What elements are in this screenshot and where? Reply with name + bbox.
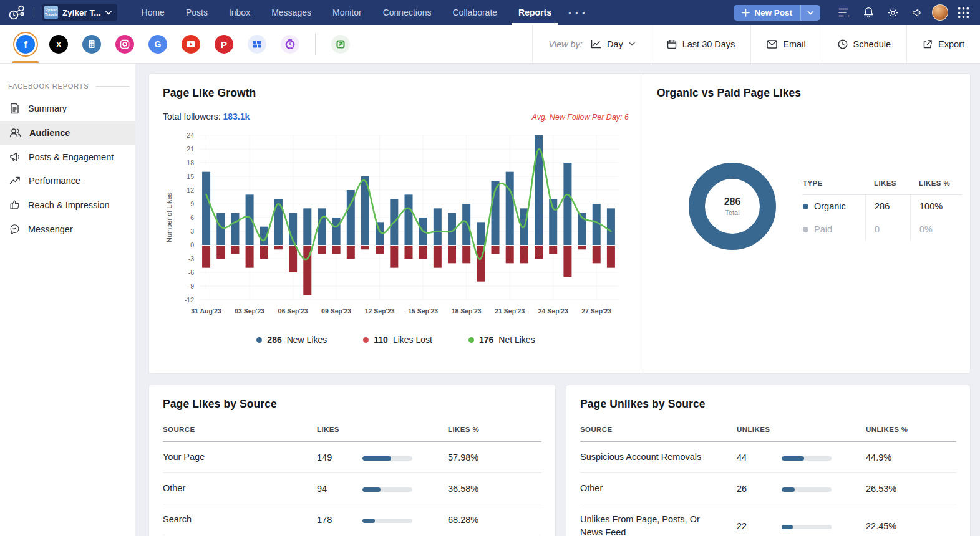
- percent-cell: 26.53%: [866, 484, 956, 494]
- nav-item-connections[interactable]: Connections: [372, 0, 442, 25]
- svg-text:27 Sep'23: 27 Sep'23: [581, 307, 611, 315]
- column-header: LIKES %: [910, 179, 963, 187]
- percent-cell: 36.58%: [448, 484, 541, 494]
- nav-divider: [34, 7, 34, 18]
- channel-x-icon[interactable]: X: [49, 25, 68, 63]
- nav-item-posts[interactable]: Posts: [175, 0, 218, 25]
- schedule-button[interactable]: Schedule: [822, 25, 906, 63]
- document-icon: [9, 103, 20, 114]
- legend-dot: [468, 337, 474, 343]
- table-row: Unlikes From Page, Posts, Or News Feed22…: [580, 504, 956, 536]
- sidebar-item-summary[interactable]: Summary: [0, 96, 135, 121]
- svg-text:6: 6: [190, 214, 194, 221]
- percent-cell: 22.45%: [866, 521, 956, 531]
- svg-text:-9: -9: [188, 282, 194, 290]
- donut-total-label: Total: [725, 209, 739, 216]
- megaphone-icon: [9, 151, 21, 162]
- channel-apps-blue-icon[interactable]: [248, 25, 266, 63]
- legend-item-new-likes: 286 New Likes: [256, 335, 327, 345]
- user-avatar[interactable]: [932, 4, 948, 21]
- sidebar-item-label: Messenger: [28, 224, 73, 234]
- sidebar-item-messenger[interactable]: Messenger: [0, 217, 135, 241]
- channel-zoho-green-icon[interactable]: [331, 25, 350, 63]
- source-label: Your Page: [163, 451, 317, 464]
- settings-gear-icon[interactable]: [883, 3, 902, 22]
- nav-item-home[interactable]: Home: [131, 0, 175, 25]
- channel-google-icon[interactable]: G: [148, 25, 167, 63]
- column-header: SOURCE: [580, 426, 737, 433]
- column-header: TYPE: [803, 179, 865, 187]
- svg-text:3: 3: [190, 227, 194, 235]
- svg-text:9: 9: [190, 200, 194, 208]
- organic-paid-table: TYPELIKESLIKES %Organic286100%Paid00%: [803, 172, 963, 241]
- view-by-selector[interactable]: View by: Day: [532, 25, 650, 63]
- notifications-bell-icon[interactable]: [859, 3, 878, 22]
- source-label: Unlikes From Page, Posts, Or News Feed: [580, 513, 737, 536]
- feed-lines-icon[interactable]: [835, 3, 853, 22]
- series-dot: [803, 204, 808, 209]
- svg-text:15: 15: [187, 173, 194, 180]
- channel-group-divider: [315, 34, 316, 55]
- nav-item-monitor[interactable]: Monitor: [322, 0, 372, 25]
- page-like-growth-card: Page Like Growth Total followers: 183.1k…: [148, 73, 971, 374]
- reports-toolbar: fXGP View by: Day Last 30 Days Email: [0, 25, 980, 64]
- organic-paid-donut: 286 Total: [686, 160, 779, 253]
- source-label: Suspicious Account Removals: [580, 451, 737, 464]
- value-cell: 44: [737, 452, 782, 462]
- channel-building-icon[interactable]: [82, 25, 101, 63]
- export-button[interactable]: Export: [906, 25, 980, 63]
- reports-sidebar: FACEBOOK REPORTS SummaryAudiencePosts & …: [0, 64, 135, 536]
- percent-cell: 68.28%: [448, 515, 541, 525]
- table-row: Organic286100%: [803, 195, 963, 218]
- total-followers: Total followers: 183.1k: [163, 112, 250, 122]
- calendar-icon: [667, 39, 677, 49]
- sidebar-item-reach-impression[interactable]: Reach & Impression: [0, 193, 135, 217]
- source-label: Search: [163, 513, 317, 526]
- chart-line-icon: [591, 39, 601, 49]
- apps-grid-icon[interactable]: [954, 3, 973, 22]
- nav-item-collaborate[interactable]: Collaborate: [442, 0, 508, 25]
- svg-text:12: 12: [187, 186, 194, 194]
- channel-facebook-icon[interactable]: f: [16, 25, 35, 63]
- table-header-row: SOURCEUNLIKESUNLIKES %: [580, 411, 956, 442]
- svg-text:24 Sep'23: 24 Sep'23: [538, 307, 568, 315]
- table-row: Paid00%: [803, 218, 963, 241]
- percent-bar: [782, 456, 832, 461]
- chart-legend: 286 New Likes110 Likes Lost176 Net Likes: [163, 335, 629, 345]
- channel-instagram-icon[interactable]: [115, 25, 134, 63]
- chevron-down-icon: [629, 42, 635, 46]
- nav-item-reports[interactable]: Reports: [508, 0, 562, 25]
- announcement-megaphone-icon[interactable]: [908, 3, 926, 22]
- column-header: LIKES: [317, 426, 362, 433]
- channel-pinterest-icon[interactable]: P: [215, 25, 233, 63]
- channel-youtube-icon[interactable]: [182, 25, 200, 63]
- svg-text:21 Sep'23: 21 Sep'23: [495, 307, 525, 315]
- source-label: Other: [580, 482, 737, 495]
- nav-item-inbox[interactable]: Inbox: [218, 0, 261, 25]
- svg-text:P: P: [221, 39, 227, 49]
- channel-switcher: fXGP: [0, 25, 350, 63]
- sidebar-item-posts-engagement[interactable]: Posts & Engagement: [0, 145, 135, 169]
- total-followers-value[interactable]: 183.1k: [223, 112, 250, 122]
- zoho-social-logo[interactable]: [7, 3, 26, 22]
- email-button[interactable]: Email: [750, 25, 821, 63]
- organic-paid-title: Organic vs Paid Page Likes: [657, 87, 963, 100]
- legend-dot: [256, 337, 262, 343]
- channel-timer-purple-icon[interactable]: [281, 25, 299, 63]
- page-like-growth-chart: -12-9-6-30369121518212431 Aug'2303 Sep'2…: [163, 122, 629, 327]
- primary-nav: HomePostsInboxMessagesMonitorConnections…: [131, 0, 562, 25]
- nav-more-button[interactable]: ● ● ●: [562, 10, 593, 16]
- unlikes-by-source-card: Page Unlikes by Source SOURCEUNLIKESUNLI…: [566, 385, 971, 536]
- sidebar-item-label: Posts & Engagement: [29, 152, 114, 162]
- svg-text:09 Sep'23: 09 Sep'23: [321, 307, 351, 315]
- sidebar-item-audience[interactable]: Audience: [0, 121, 135, 145]
- audience-people-icon: [9, 128, 21, 138]
- sidebar-item-performance[interactable]: Performance: [0, 169, 135, 193]
- brand-selector[interactable]: Zylker Travels Zylker T...: [42, 4, 117, 21]
- new-post-button[interactable]: New Post: [734, 5, 820, 21]
- date-range-button[interactable]: Last 30 Days: [651, 25, 751, 63]
- nav-item-messages[interactable]: Messages: [261, 0, 322, 25]
- email-envelope-icon: [767, 40, 777, 49]
- svg-text:-12: -12: [185, 296, 194, 304]
- new-post-dropdown[interactable]: [800, 5, 820, 21]
